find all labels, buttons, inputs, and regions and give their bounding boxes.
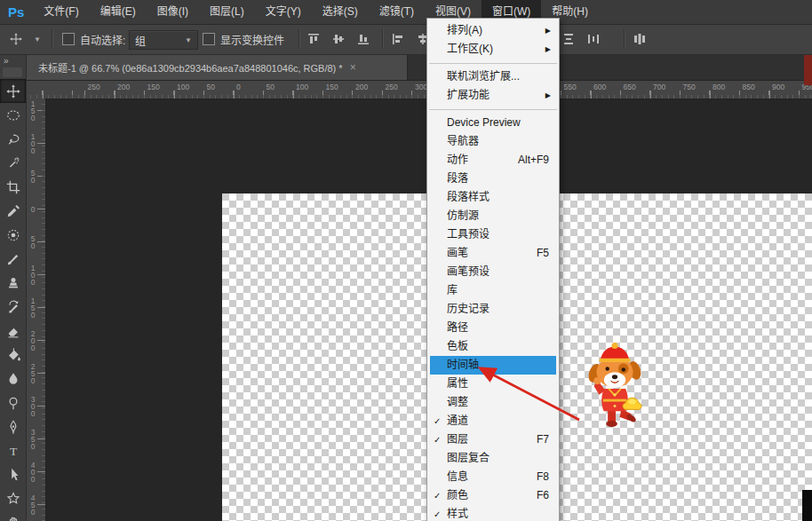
window-menu-item-27[interactable]: ✓样式 bbox=[430, 505, 556, 521]
menu-item-label: 图层 bbox=[447, 433, 468, 446]
lasso-tool[interactable] bbox=[0, 127, 26, 151]
separator bbox=[52, 29, 53, 49]
blur-tool-icon bbox=[5, 371, 21, 387]
menubar-item-5[interactable]: 选择(S) bbox=[312, 0, 369, 24]
window-menu-item-11[interactable]: 仿制源 bbox=[430, 207, 556, 225]
distribute-horizontal-centers-button[interactable] bbox=[586, 24, 601, 54]
window-menu-item-16[interactable]: 历史记录 bbox=[430, 300, 556, 319]
menubar-item-0[interactable]: 文件(F) bbox=[33, 0, 89, 24]
align-bottom-edges-button[interactable] bbox=[356, 24, 370, 54]
collapse-panel-icon[interactable]: » bbox=[0, 55, 26, 67]
history-brush-tool-icon bbox=[5, 299, 21, 315]
window-menu-item-10[interactable]: 段落样式 bbox=[430, 188, 556, 207]
ruler-h-label: 750 bbox=[683, 83, 696, 91]
menu-item-label: 调整 bbox=[447, 396, 468, 408]
submenu-arrow-icon: ▶ bbox=[545, 86, 551, 105]
show-transform-label: 显示变换控件 bbox=[220, 24, 284, 54]
document-tab[interactable]: 未标题-1 @ 66.7% (0e86a1309cb2934b6aea7a848… bbox=[26, 54, 408, 80]
auto-select-target-dropdown[interactable]: 组 ▼ bbox=[129, 30, 198, 50]
menubar-item-3[interactable]: 图层(L) bbox=[199, 0, 255, 24]
menu-item-shortcut: F7 bbox=[537, 430, 549, 449]
move-tool[interactable] bbox=[0, 79, 26, 103]
window-menu-item-8[interactable]: 动作Alt+F9 bbox=[430, 151, 556, 170]
eraser-tool[interactable] bbox=[0, 319, 26, 343]
ruler-v-label: 450 bbox=[28, 493, 37, 515]
menubar-item-2[interactable]: 图像(I) bbox=[147, 0, 199, 24]
window-menu-item-1[interactable]: 工作区(K)▶ bbox=[430, 40, 556, 59]
auto-select-checkbox[interactable] bbox=[62, 24, 75, 54]
svg-text:T: T bbox=[9, 444, 17, 457]
window-menu-item-12[interactable]: 工具预设 bbox=[430, 225, 556, 244]
clone-stamp-tool[interactable] bbox=[0, 271, 26, 295]
blur-tool[interactable] bbox=[0, 367, 26, 391]
menu-item-label: 通道 bbox=[447, 414, 468, 427]
menu-item-label: 信息 bbox=[447, 470, 468, 483]
menu-item-label: 颜色 bbox=[447, 489, 468, 501]
align-top-edges-button[interactable] bbox=[306, 24, 321, 54]
separator bbox=[299, 29, 300, 49]
history-brush-tool[interactable] bbox=[0, 295, 26, 319]
window-menu-item-0[interactable]: 排列(A)▶ bbox=[430, 21, 556, 40]
window-menu-item-18[interactable]: 色板 bbox=[430, 337, 556, 356]
tools-panel-grip[interactable] bbox=[3, 67, 22, 77]
window-menu-item-25[interactable]: 信息F8 bbox=[430, 468, 556, 486]
type-tool[interactable]: T bbox=[0, 438, 26, 462]
auto-select-target-value: 组 bbox=[135, 33, 146, 48]
window-menu-item-15[interactable]: 库 bbox=[430, 281, 556, 300]
photoshop-window: 2502001501005005010015020025030035040045… bbox=[0, 0, 812, 521]
checkmark-icon: ✓ bbox=[434, 430, 441, 449]
menubar-item-6[interactable]: 滤镜(T) bbox=[369, 0, 425, 24]
dodge-tool[interactable] bbox=[0, 391, 26, 414]
ruler-h-label: 650 bbox=[624, 83, 636, 91]
spot-healing-brush-tool[interactable] bbox=[0, 223, 26, 247]
docked-panel-edge bbox=[804, 55, 812, 85]
brush-tool[interactable] bbox=[0, 247, 26, 271]
document-tab-title: 未标题-1 @ 66.7% (0e86a1309cb2934b6aea7a848… bbox=[26, 60, 343, 75]
menu-item-label: Device Preview bbox=[447, 116, 521, 129]
paint-bucket-tool[interactable] bbox=[0, 343, 26, 367]
path-selection-tool[interactable] bbox=[0, 462, 26, 486]
distribute-vertical-centers-button[interactable] bbox=[561, 24, 576, 54]
menu-item-shortcut: F5 bbox=[537, 244, 549, 263]
pen-tool[interactable] bbox=[0, 414, 26, 438]
vertical-ruler: 15010050050100150200250300350400450 bbox=[26, 99, 46, 521]
tools-panel: » T bbox=[0, 55, 27, 521]
crop-tool[interactable] bbox=[0, 175, 26, 199]
menu-item-label: 段落 bbox=[447, 172, 468, 185]
move-tool-icon bbox=[5, 83, 21, 99]
custom-shape-tool[interactable] bbox=[0, 486, 26, 510]
separator bbox=[382, 29, 384, 49]
window-menu-item-4[interactable]: 扩展功能▶ bbox=[430, 86, 556, 105]
ruler-h-label: 200 bbox=[117, 83, 130, 91]
pen-tool-icon bbox=[5, 419, 21, 435]
menubar-item-4[interactable]: 文字(Y) bbox=[255, 0, 312, 24]
window-menu-item-3[interactable]: 联机浏览扩展... bbox=[430, 67, 556, 86]
align-bottom-edges-icon bbox=[356, 32, 370, 46]
eyedropper-tool[interactable] bbox=[0, 199, 26, 223]
align-left-edges-icon bbox=[391, 32, 405, 46]
window-menu-item-14[interactable]: 画笔预设 bbox=[430, 263, 556, 281]
window-menu-item-9[interactable]: 段落 bbox=[430, 170, 556, 188]
magic-wand-tool[interactable] bbox=[0, 151, 26, 175]
show-transform-checkbox[interactable] bbox=[203, 24, 215, 54]
window-menu-item-13[interactable]: 画笔F5 bbox=[430, 244, 556, 263]
elliptical-marquee-tool[interactable] bbox=[0, 103, 26, 127]
menubar-item-1[interactable]: 编辑(E) bbox=[90, 0, 147, 24]
align-left-edges-button[interactable] bbox=[391, 24, 405, 54]
hand-tool[interactable] bbox=[0, 510, 26, 521]
ruler-v-label: 250 bbox=[28, 362, 37, 383]
magic-wand-tool-icon bbox=[5, 155, 21, 171]
window-menu-item-23[interactable]: ✓图层F7 bbox=[430, 430, 556, 449]
align-vertical-centers-button[interactable] bbox=[331, 24, 346, 54]
window-menu-item-7[interactable]: 导航器 bbox=[430, 132, 556, 151]
menu-item-shortcut: F6 bbox=[537, 486, 549, 505]
checkmark-icon: ✓ bbox=[434, 412, 441, 430]
window-menu-item-24[interactable]: 图层复合 bbox=[430, 449, 556, 468]
tab-close-icon[interactable]: × bbox=[350, 61, 364, 74]
window-menu-item-17[interactable]: 路径 bbox=[430, 319, 556, 337]
ruler-v-label: 150 bbox=[28, 296, 37, 318]
window-menu-item-6[interactable]: Device Preview bbox=[430, 114, 556, 132]
window-menu-item-26[interactable]: ✓颜色F6 bbox=[430, 486, 556, 505]
tool-preset-chevron-icon[interactable]: ▼ bbox=[34, 24, 41, 54]
distribute-stack-button[interactable] bbox=[633, 24, 647, 54]
